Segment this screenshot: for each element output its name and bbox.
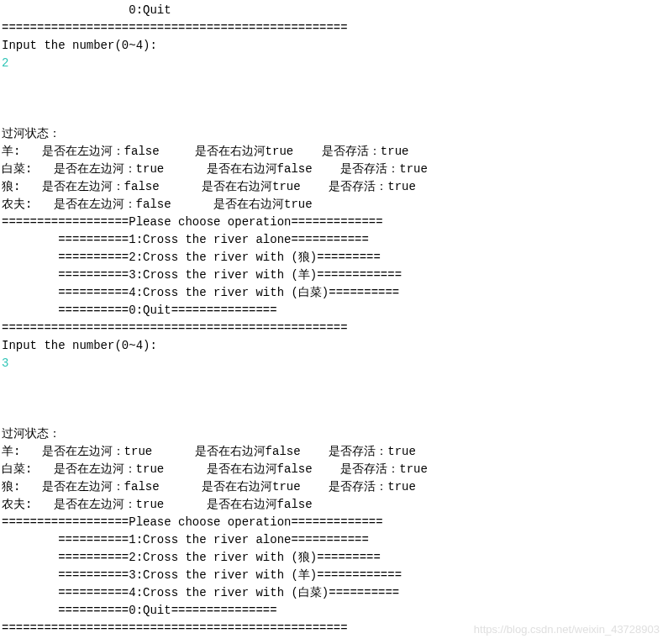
input-prompt-2: Input the number(0~4): bbox=[2, 337, 666, 355]
quit-line-top: 0:Quit bbox=[2, 2, 666, 19]
menu-opt0-2: ==========0:Quit=============== bbox=[2, 602, 666, 620]
state-cabbage-2: 白菜: 是否在左边河：true 是否在右边河false 是否存活：true bbox=[2, 461, 666, 478]
menu-opt4-2: ==========4:Cross the river with (白菜)===… bbox=[2, 584, 666, 602]
state-farmer-1: 农夫: 是否在左边河：false 是否在右边河true bbox=[2, 196, 666, 214]
blank-5 bbox=[2, 390, 666, 408]
blank-4 bbox=[2, 372, 666, 390]
user-input-1[interactable]: 2 bbox=[2, 55, 666, 72]
separator-1: ========================================… bbox=[2, 319, 666, 337]
blank-3 bbox=[2, 108, 666, 125]
menu-header-2: ==================Please choose operatio… bbox=[2, 514, 666, 531]
state-wolf-2: 狼: 是否在左边河：false 是否在右边河true 是否存活：true bbox=[2, 478, 666, 496]
state-sheep-1: 羊: 是否在左边河：false 是否在右边河true 是否存活：true bbox=[2, 143, 666, 161]
state-title-1: 过河状态： bbox=[2, 125, 666, 143]
blank-1 bbox=[2, 72, 666, 90]
input-prompt-1: Input the number(0~4): bbox=[2, 37, 666, 55]
menu-opt3-2: ==========3:Cross the river with (羊)====… bbox=[2, 567, 666, 584]
menu-header-1: ==================Please choose operatio… bbox=[2, 214, 666, 231]
state-wolf-1: 狼: 是否在左边河：false 是否在右边河true 是否存活：true bbox=[2, 178, 666, 196]
menu-opt0-1: ==========0:Quit=============== bbox=[2, 302, 666, 319]
menu-opt3-1: ==========3:Cross the river with (羊)====… bbox=[2, 267, 666, 284]
menu-opt2-1: ==========2:Cross the river with (狼)====… bbox=[2, 249, 666, 267]
state-sheep-2: 羊: 是否在左边河：true 是否在右边河false 是否存活：true bbox=[2, 443, 666, 461]
menu-opt4-1: ==========4:Cross the river with (白菜)===… bbox=[2, 284, 666, 302]
menu-opt1-2: ==========1:Cross the river alone=======… bbox=[2, 531, 666, 549]
state-title-2: 过河状态： bbox=[2, 425, 666, 443]
menu-opt1-1: ==========1:Cross the river alone=======… bbox=[2, 231, 666, 249]
blank-6 bbox=[2, 408, 666, 425]
menu-opt2-2: ==========2:Cross the river with (狼)====… bbox=[2, 549, 666, 567]
blank-2 bbox=[2, 90, 666, 108]
watermark-text: https://blog.csdn.net/weixin_43728903 bbox=[474, 621, 660, 638]
state-cabbage-1: 白菜: 是否在左边河：true 是否在右边河false 是否存活：true bbox=[2, 161, 666, 178]
user-input-2[interactable]: 3 bbox=[2, 355, 666, 372]
separator-top: ========================================… bbox=[2, 19, 666, 37]
state-farmer-2: 农夫: 是否在左边河：true 是否在右边河false bbox=[2, 496, 666, 514]
